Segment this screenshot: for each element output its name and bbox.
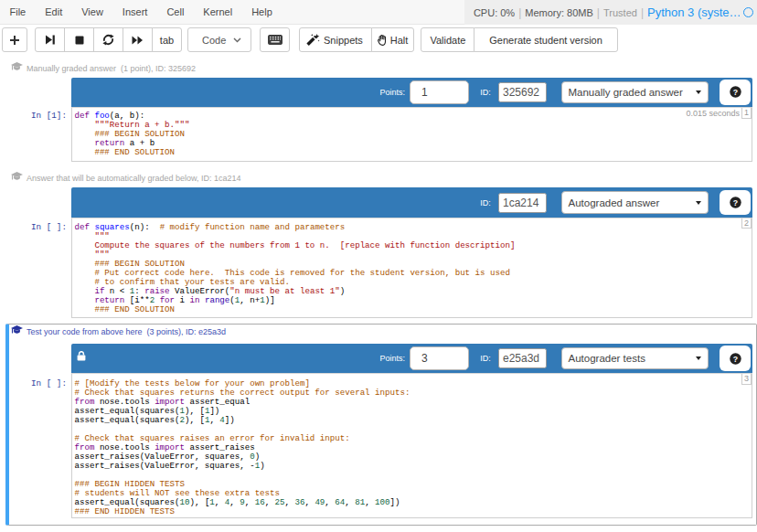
svg-text:?: ?	[732, 354, 737, 363]
svg-text:?: ?	[732, 198, 737, 207]
svg-text:?: ?	[732, 88, 737, 97]
